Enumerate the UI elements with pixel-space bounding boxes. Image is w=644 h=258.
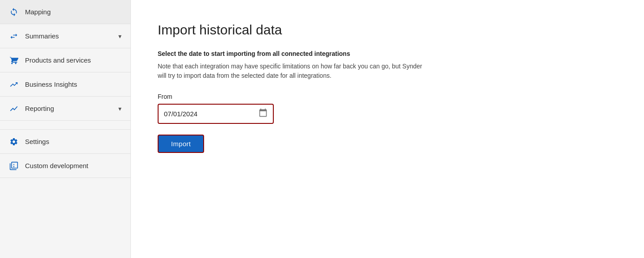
date-input[interactable]	[164, 110, 259, 118]
chevron-down-icon-2: ▾	[118, 105, 121, 112]
sidebar-item-reporting-label: Reporting	[25, 105, 112, 112]
sidebar-item-mapping-label: Mapping	[25, 8, 121, 16]
sidebar: Mapping Summaries ▾ Products and service…	[0, 0, 131, 258]
settings-icon	[9, 137, 19, 146]
import-button[interactable]: Import	[158, 135, 204, 153]
reporting-icon	[9, 104, 19, 113]
cart-icon	[9, 56, 19, 65]
sidebar-item-custom-dev-label: Custom development	[25, 162, 121, 169]
sidebar-item-products-label: Products and services	[25, 56, 121, 64]
section-description: Note that each integration may have spec…	[158, 62, 426, 80]
sidebar-item-mapping[interactable]: Mapping	[0, 0, 130, 24]
summaries-icon	[9, 32, 19, 41]
custom-dev-icon	[9, 161, 19, 170]
sidebar-item-settings[interactable]: Settings	[0, 130, 130, 154]
sidebar-item-settings-label: Settings	[25, 138, 121, 145]
sidebar-spacer	[0, 121, 130, 130]
sidebar-item-products-and-services[interactable]: Products and services	[0, 48, 130, 72]
sidebar-item-custom-development[interactable]: Custom development	[0, 154, 130, 178]
sidebar-item-summaries-label: Summaries	[25, 32, 112, 40]
sidebar-item-business-insights[interactable]: Business Insights	[0, 72, 130, 97]
insights-icon	[9, 80, 19, 89]
date-input-wrapper	[158, 104, 274, 124]
sidebar-item-business-insights-label: Business Insights	[25, 80, 121, 88]
calendar-icon[interactable]	[259, 108, 268, 119]
from-label: From	[158, 93, 617, 100]
sidebar-item-summaries[interactable]: Summaries ▾	[0, 24, 130, 48]
main-content: Import historical data Select the date t…	[131, 0, 644, 258]
section-subtitle: Select the date to start importing from …	[158, 50, 617, 57]
mapping-icon	[9, 8, 19, 17]
sidebar-item-reporting[interactable]: Reporting ▾	[0, 97, 130, 121]
page-title: Import historical data	[158, 22, 617, 38]
chevron-down-icon: ▾	[118, 33, 121, 40]
